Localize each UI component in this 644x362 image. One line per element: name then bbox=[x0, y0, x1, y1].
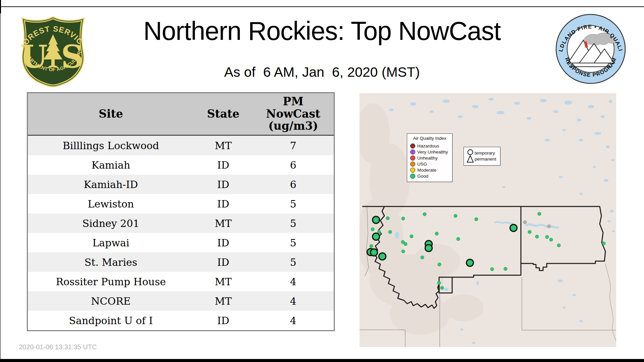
table-body: Billlings LockwoodMT7KamiahID6Kamiah-IDI… bbox=[28, 136, 334, 330]
state-cell: MT bbox=[194, 136, 253, 155]
aqi-legend: Air Quality Index HazardousVery Unhealth… bbox=[407, 133, 452, 182]
wfaqrp-logo: WILDLAND FIRE • AIR QUALITY RESPONSE PRO… bbox=[554, 13, 627, 85]
state-cell: MT bbox=[194, 291, 253, 311]
site-cell: Sandpoint U of I bbox=[28, 311, 194, 330]
table-row: Sidney 201MT5 bbox=[28, 214, 334, 233]
permanent-monitor-good bbox=[602, 242, 605, 245]
table-row: LapwaiID5 bbox=[28, 233, 334, 252]
slide-left-border bbox=[0, 0, 1, 362]
temporary-monitor-good bbox=[371, 249, 378, 256]
monitoring-map: Air Quality Index HazardousVery Unhealth… bbox=[360, 93, 616, 347]
permanent-monitor-good bbox=[437, 281, 441, 285]
legend-item: Unhealthy bbox=[407, 155, 452, 161]
permanent-monitor-good bbox=[545, 235, 549, 239]
permanent-monitor-good bbox=[490, 267, 494, 271]
site-cell: Kamiah-ID bbox=[28, 175, 194, 194]
aqi-legend-items: HazardousVery UnhealthyUnhealthyUSGModer… bbox=[407, 143, 452, 179]
temporary-monitor-good bbox=[373, 233, 380, 240]
legend-label: Unhealthy bbox=[417, 156, 438, 161]
permanent-monitor-good bbox=[388, 230, 392, 234]
permanent-monitor-good bbox=[421, 256, 424, 259]
slide-left-tick bbox=[0, 0, 1, 13]
table-row: KamiahID6 bbox=[28, 155, 334, 175]
temporary-monitor-good bbox=[467, 259, 474, 266]
permanent-monitor-good bbox=[410, 235, 413, 238]
legend-swatch bbox=[410, 174, 415, 179]
legend-label: Good bbox=[417, 174, 428, 179]
legend-label: Moderate bbox=[417, 168, 436, 173]
table-row: Sandpoint U of IID4 bbox=[28, 311, 334, 330]
permanent-monitor-good bbox=[504, 267, 507, 270]
state-cell: ID bbox=[194, 252, 253, 272]
legend-swatch bbox=[410, 162, 415, 167]
legend-item: Moderate bbox=[407, 167, 452, 173]
column-header-pm: PM NowCast (ug/m3) bbox=[253, 93, 334, 135]
value-cell: 4 bbox=[253, 311, 334, 330]
nowcast-table: Site State PM NowCast (ug/m3) Billlings … bbox=[27, 92, 335, 331]
value-cell: 5 bbox=[253, 252, 334, 272]
state-cell: ID bbox=[194, 233, 253, 252]
table-row: Rossiter Pump HouseMT4 bbox=[28, 272, 334, 291]
report-page: FOREST SERVICE U S DEPARTMENT OF AGRICUL… bbox=[0, 0, 644, 362]
value-cell: 5 bbox=[253, 233, 334, 252]
legend-label: USG bbox=[417, 162, 427, 167]
state-cell: MT bbox=[194, 214, 253, 233]
permanent-monitor-icon bbox=[467, 156, 473, 162]
permanent-monitor-good bbox=[435, 232, 438, 235]
legend-label: Very Unhealthy bbox=[417, 149, 448, 155]
permanent-monitor-good bbox=[535, 235, 539, 238]
state-cell: ID bbox=[194, 155, 253, 175]
legend-item: USG bbox=[407, 161, 452, 167]
table-row: NCOREMT4 bbox=[28, 291, 334, 311]
legend-label: Hazardous bbox=[417, 143, 439, 148]
site-cell: NCORE bbox=[28, 291, 194, 311]
permanent-monitor-good bbox=[454, 214, 457, 218]
temporary-monitor-good bbox=[379, 253, 386, 260]
site-cell: Kamiah bbox=[28, 155, 194, 175]
value-cell: 4 bbox=[253, 291, 334, 311]
permanent-monitor-good bbox=[438, 263, 441, 266]
table-row: LewistonID5 bbox=[28, 194, 334, 214]
legend-swatch bbox=[410, 143, 415, 148]
permanent-monitor-good bbox=[401, 250, 405, 253]
site-cell: Lewiston bbox=[28, 194, 194, 214]
temporary-monitor-good bbox=[373, 217, 380, 224]
value-cell: 6 bbox=[253, 155, 334, 175]
temporary-monitor-good bbox=[510, 225, 517, 232]
state-cell: ID bbox=[194, 175, 253, 194]
permanent-monitor-good bbox=[475, 218, 478, 221]
permanent-monitor-good bbox=[457, 237, 460, 241]
site-cell: Sidney 201 bbox=[28, 214, 194, 233]
value-cell: 7 bbox=[253, 136, 334, 155]
symbol-legend-icons bbox=[466, 149, 475, 164]
legend-item: Hazardous bbox=[407, 143, 452, 149]
table-header: Site State PM NowCast (ug/m3) bbox=[28, 93, 334, 136]
column-header-state: State bbox=[194, 93, 253, 135]
permanent-monitor-good bbox=[557, 244, 560, 247]
map-graphic bbox=[360, 93, 616, 347]
state-cell: MT bbox=[194, 272, 253, 291]
permanent-label: permanent bbox=[475, 156, 496, 162]
table-row: Billlings LockwoodMT7 bbox=[28, 136, 334, 155]
value-cell: 4 bbox=[253, 272, 334, 291]
permanent-monitor-good bbox=[370, 244, 373, 248]
temporary-label: temporary bbox=[475, 150, 496, 156]
state-cell: ID bbox=[194, 194, 253, 214]
aqi-legend-title: Air Quality Index bbox=[407, 136, 452, 141]
legend-swatch bbox=[410, 168, 415, 173]
monitor-no-data bbox=[523, 221, 527, 224]
table-row: St. MariesID5 bbox=[28, 252, 334, 272]
legend-swatch bbox=[410, 149, 415, 155]
permanent-monitor-good bbox=[440, 286, 444, 290]
value-cell: 6 bbox=[253, 175, 334, 194]
permanent-monitor-good bbox=[538, 212, 541, 216]
site-cell: St. Maries bbox=[28, 252, 194, 272]
value-cell: 5 bbox=[253, 194, 334, 214]
page-title: Northern Rockies: Top NowCast bbox=[0, 16, 644, 46]
slide-bottom-border bbox=[0, 359, 644, 362]
permanent-monitor-good bbox=[371, 228, 374, 231]
generation-timestamp: 2020-01-06 13:31:35 UTC bbox=[19, 343, 97, 351]
temporary-monitor-icon bbox=[468, 150, 473, 155]
legend-item: Very Unhealthy bbox=[407, 149, 452, 155]
slide-top-border bbox=[0, 6, 644, 7]
